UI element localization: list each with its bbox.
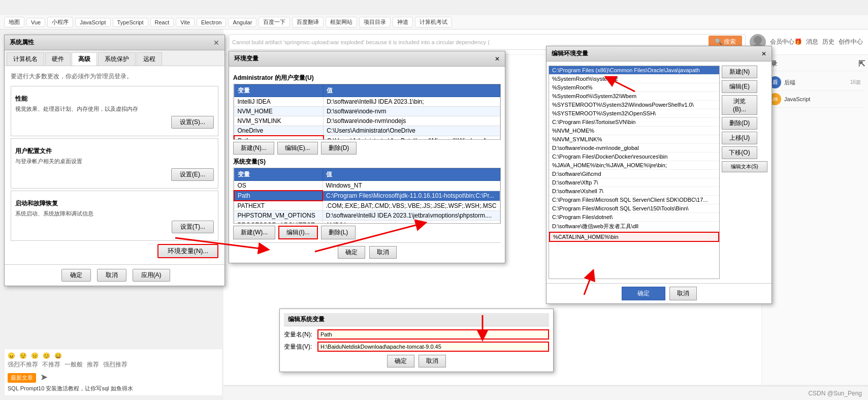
env-ok-btn[interactable]: 确定 bbox=[338, 246, 365, 259]
var-value-input[interactable] bbox=[317, 342, 549, 352]
bookmark-item[interactable]: 百度翻译 bbox=[292, 17, 324, 27]
env-vars-button[interactable]: 环境变量(N)... bbox=[157, 244, 218, 258]
path-item[interactable]: D:\software\node-nvm\node_global bbox=[549, 144, 719, 152]
edit-env-close[interactable]: ✕ bbox=[761, 50, 766, 57]
path-item[interactable]: %SystemRoot%\system32 bbox=[549, 75, 719, 83]
admin-note: 要进行大多数更改，你必须作为管理员登录。 bbox=[11, 72, 218, 81]
tab-advanced[interactable]: 高级 bbox=[72, 52, 97, 66]
rating-happy[interactable]: 😊 bbox=[43, 352, 50, 359]
bookmark-item[interactable]: JavaScript bbox=[75, 18, 110, 27]
path-item[interactable]: C:\Program Files (x86)\Common Files\Orac… bbox=[549, 66, 719, 75]
rating-angry[interactable]: 😠 bbox=[8, 352, 15, 359]
path-item[interactable]: C:\Program Files\dotnet\ bbox=[549, 213, 719, 222]
user-delete-btn[interactable]: 删除(D) bbox=[321, 142, 357, 155]
new-path-btn[interactable]: 新建(N) bbox=[722, 66, 757, 78]
bookmark-item[interactable]: Angular bbox=[228, 18, 256, 27]
tab-hardware[interactable]: 硬件 bbox=[45, 52, 71, 66]
user-var-row[interactable]: IntelliJ IDEAD:\software\IntelliJ IDEA 2… bbox=[234, 97, 500, 107]
article-title[interactable]: SQL Prompt10 安装激活教程，让你写sql 如鱼得水 bbox=[8, 385, 219, 392]
path-item[interactable]: %JAVA_HOME%\bin;%JAVA_HOME%\jre\bin; bbox=[549, 161, 719, 170]
tab-computer-name[interactable]: 计算机名 bbox=[7, 52, 44, 66]
user-var-row[interactable]: PathC:\Users\Administrator\AppData\Local… bbox=[234, 136, 500, 140]
path-item[interactable]: %NVM_SYMLINK% bbox=[549, 135, 719, 144]
sys-var-row[interactable]: PATHEXT.COM;.EXE;.BAT;.CMD;.VBS;.VBE;.JS… bbox=[234, 201, 500, 211]
user-new-btn[interactable]: 新建(N)... bbox=[233, 142, 274, 155]
bookmark-item[interactable]: React bbox=[150, 18, 174, 27]
sys-vars-table-container[interactable]: 变量值 OSWindows_NTPathC:\Program Files\Mic… bbox=[233, 168, 501, 224]
user-var-row[interactable]: NVM_HOMED:\software\node-nvm bbox=[234, 107, 500, 116]
path-item[interactable]: D:\software\Xshell 7\ bbox=[549, 187, 719, 196]
sys-var-row[interactable]: PathC:\Program Files\Microsoft\jdk-11.0.… bbox=[234, 191, 500, 201]
bookmark-item[interactable]: 百度一下 bbox=[259, 17, 290, 27]
browse-path-btn[interactable]: 浏览(B)... bbox=[722, 95, 757, 115]
rating-sad[interactable]: 😟 bbox=[19, 352, 27, 359]
tab-remote[interactable]: 远程 bbox=[137, 52, 162, 66]
user-vars-table-container[interactable]: 变量值 IntelliJ IDEAD:\software\IntelliJ ID… bbox=[233, 84, 501, 140]
bookmark-item[interactable]: 地图 bbox=[4, 17, 24, 27]
edit-sys-ok-btn[interactable]: 确定 bbox=[387, 355, 414, 367]
sys-var-row[interactable]: OSWindows_NT bbox=[234, 181, 500, 191]
profile-settings-button[interactable]: 设置(E)... bbox=[171, 168, 214, 181]
dialog-close-button[interactable]: ✕ bbox=[213, 39, 219, 47]
user-edit-btn[interactable]: 编辑(E)... bbox=[277, 142, 318, 155]
bookmark-item[interactable]: 神道 bbox=[393, 17, 413, 27]
path-item[interactable]: %SystemRoot%\System32\Wbem bbox=[549, 92, 719, 101]
tab-system-protection[interactable]: 系统保护 bbox=[98, 52, 136, 66]
sys-var-row[interactable]: PHPSTORM_VM_OPTIONSD:\software\IntelliJ … bbox=[234, 211, 500, 221]
path-item[interactable]: %SystemRoot% bbox=[549, 83, 719, 92]
rating-neutral[interactable]: 😐 bbox=[31, 352, 39, 359]
bookmark-item[interactable]: Vite bbox=[176, 18, 195, 27]
edit-path-btn[interactable]: 编辑(E) bbox=[722, 80, 757, 93]
rating-very-happy[interactable]: 😄 bbox=[54, 352, 62, 359]
user-var-row[interactable]: NVM_SYMLINKD:\software\node-nvm\nodejs bbox=[234, 116, 500, 126]
env-dialog-close[interactable]: ✕ bbox=[495, 55, 500, 63]
sys-delete-btn[interactable]: 删除(L) bbox=[321, 226, 356, 239]
apply-button[interactable]: 应用(A) bbox=[133, 269, 170, 282]
user-var-row[interactable]: OneDriveC:\Users\Administrator\OneDrive bbox=[234, 126, 500, 136]
path-item[interactable]: %CATALINA_HOME%\bin bbox=[549, 232, 719, 242]
path-item[interactable]: C:\Program Files\Microsoft SQL Server\Cl… bbox=[549, 196, 719, 204]
path-item[interactable]: C:\Program Files\Docker\Docker\resources… bbox=[549, 152, 719, 161]
move-up-btn[interactable]: 上移(U) bbox=[722, 132, 757, 144]
path-item[interactable]: %SYSTEMROOT%\System32\WindowsPowerShell\… bbox=[549, 101, 719, 109]
toc-expand-icon[interactable]: ⇱ bbox=[858, 59, 865, 69]
sys-new-btn[interactable]: 新建(W)... bbox=[233, 226, 275, 239]
member-center-link[interactable]: 会员中心🎁 bbox=[770, 38, 802, 46]
profile-label: 用户配置文件 bbox=[15, 147, 214, 156]
path-item[interactable]: D:\software\Xftp 7\ bbox=[549, 178, 719, 187]
edit-env-cancel-btn[interactable]: 取消 bbox=[669, 287, 697, 300]
bookmark-item[interactable]: 计算机考试 bbox=[415, 17, 452, 27]
cancel-button[interactable]: 取消 bbox=[97, 269, 126, 282]
bookmark-item[interactable]: TypeScript bbox=[113, 18, 148, 27]
bookmark-item[interactable]: Vue bbox=[26, 18, 45, 27]
bookmark-bar: const pdata = JSON.parse(document.getEle… bbox=[0, 15, 868, 29]
path-item[interactable]: C:\Program Files\TortoiseSVN\bin bbox=[549, 118, 719, 127]
path-item[interactable]: D:\software\微信web开发者工具\dll bbox=[549, 222, 719, 232]
sys-edit-btn[interactable]: 编辑(I)... bbox=[278, 226, 317, 239]
bookmark-item[interactable]: 小程序 bbox=[47, 17, 73, 27]
edit-env-ok-btn[interactable]: 确定 bbox=[622, 287, 665, 300]
bookmark-item[interactable]: 项目目录 bbox=[359, 17, 391, 27]
sys-var-row[interactable]: PROCESSOR_ARCHITECT...AMD64 bbox=[234, 221, 500, 224]
path-list[interactable]: C:\Program Files (x86)\Common Files\Orac… bbox=[549, 66, 720, 279]
move-down-btn[interactable]: 下移(O) bbox=[722, 146, 757, 159]
history-link[interactable]: 历史 bbox=[822, 38, 834, 46]
ok-button[interactable]: 确定 bbox=[61, 269, 91, 282]
perf-settings-button[interactable]: 设置(S)... bbox=[171, 116, 214, 129]
path-item[interactable]: %SYSTEMROOT%\System32\OpenSSH\ bbox=[549, 109, 719, 118]
path-item[interactable]: %NVM_HOME% bbox=[549, 127, 719, 135]
edit-text-btn[interactable]: 编辑文本(S) bbox=[722, 161, 767, 172]
delete-path-btn[interactable]: 删除(D) bbox=[722, 117, 757, 130]
col-var-name: 变量 bbox=[234, 85, 324, 97]
path-item[interactable]: D:\software\Git\cmd bbox=[549, 170, 719, 178]
dialog-body: 要进行大多数更改，你必须作为管理员登录。 性能 视觉效果、处理器计划、内存使用，… bbox=[5, 66, 224, 264]
bookmark-item[interactable]: 框架网站 bbox=[326, 17, 357, 27]
var-name-input[interactable] bbox=[317, 329, 549, 340]
startup-settings-button[interactable]: 设置(T)... bbox=[172, 221, 214, 233]
message-link[interactable]: 消息 bbox=[806, 38, 818, 46]
path-item[interactable]: C:\Program Files\Microsoft SQL Server\15… bbox=[549, 204, 719, 213]
env-cancel-btn[interactable]: 取消 bbox=[369, 246, 397, 259]
edit-sys-cancel-btn[interactable]: 取消 bbox=[419, 355, 446, 367]
bookmark-item[interactable]: Electron bbox=[197, 18, 226, 27]
create-link[interactable]: 创作中心 bbox=[839, 38, 863, 46]
